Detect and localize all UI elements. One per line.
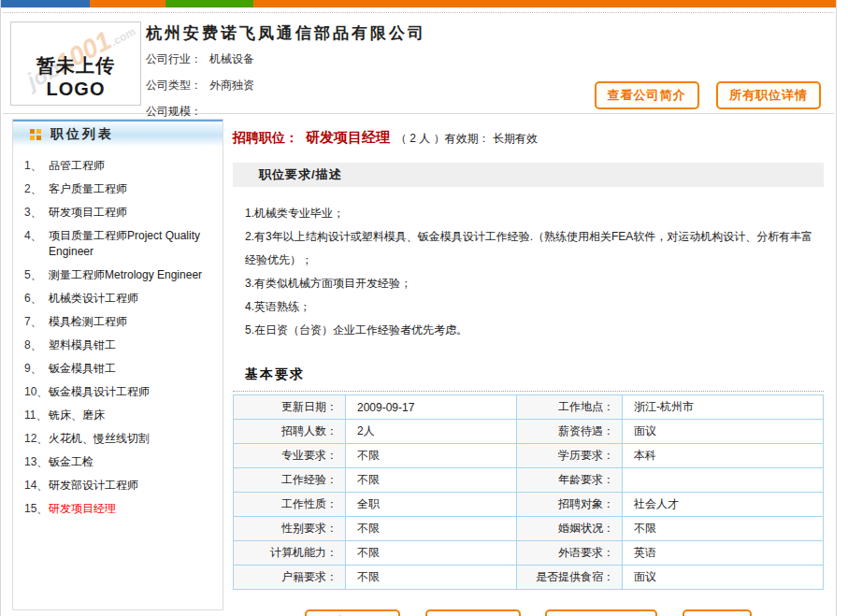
- action-buttons: 立刻申请 收藏职位 推荐给好友 打 印: [233, 609, 824, 616]
- desc-line-1: 1.机械类专业毕业；: [245, 202, 818, 225]
- sidebar-job-item-15-current[interactable]: 15、研发项目经理: [21, 501, 217, 517]
- recommend-to-friend-button[interactable]: 推荐给好友: [545, 609, 657, 616]
- desc-line-4: 4.英语熟练；: [245, 295, 818, 319]
- table-row: 工作性质：全职 招聘对象：社会人才: [234, 493, 824, 517]
- content: 职位列表 1、品管工程师 2、客户质量工程师 3、研发项目工程师 4、项目质量工…: [1, 114, 836, 610]
- table-row: 性别要求：不限 婚姻状况：不限: [234, 517, 824, 541]
- desc-line-2: 2.有3年以上结构设计或塑料模具、钣金模具设计工作经验.（熟练使用相关FEA软件…: [245, 225, 818, 272]
- topbar-orange-segment-long: [253, 0, 836, 7]
- sidebar-job-item-8[interactable]: 8、塑料模具钳工: [21, 337, 217, 353]
- job-label: 招聘职位：: [233, 130, 298, 145]
- sidebar-job-item-5[interactable]: 5、测量工程师Metrology Engineer: [21, 267, 217, 283]
- job-detail-main: 招聘职位：研发项目经理（ 2 人 ）有效期： 长期有效 职位要求/描述 1.机械…: [233, 119, 824, 610]
- apply-now-button[interactable]: 立刻申请: [305, 609, 400, 616]
- desc-line-3: 3.有类似机械方面项目开发经验；: [245, 272, 818, 295]
- sidebar-job-item-13[interactable]: 13、钣金工检: [21, 454, 217, 470]
- job-title: 研发项目经理: [306, 129, 390, 145]
- topbar-green-segment: [165, 0, 253, 7]
- sidebar-job-item-7[interactable]: 7、模具检测工程师: [21, 314, 217, 330]
- sidebar-job-item-6[interactable]: 6、机械类设计工程师: [21, 291, 217, 307]
- company-name: 杭州安费诺飞凤通信部品有限公司: [146, 22, 836, 44]
- job-description-header: 职位要求/描述: [233, 163, 824, 187]
- table-row: 户籍要求：不限 是否提供食宿：面议: [234, 566, 824, 590]
- table-row: 招聘人数：2人 薪资待遇：面议: [234, 420, 824, 444]
- job-list: 1、品管工程师 2、客户质量工程师 3、研发项目工程师 4、项目质量工程师Pro…: [13, 147, 223, 517]
- top-color-bar: [1, 0, 836, 7]
- all-jobs-detail-button[interactable]: 所有职位详情: [716, 81, 821, 109]
- company-header: job1001.com 暂未上传LOGO 杭州安费诺飞凤通信部品有限公司 公司行…: [1, 13, 836, 113]
- favorite-job-button[interactable]: 收藏职位: [425, 609, 521, 616]
- sidebar-job-item-9[interactable]: 9、钣金模具钳工: [21, 361, 217, 377]
- sidebar-job-item-3[interactable]: 3、研发项目工程师: [21, 205, 217, 221]
- basic-requirements-header: 基本要求: [233, 366, 824, 392]
- desc-line-5: 5.在日资（台资）企业工作经验者优先考虑。: [245, 319, 818, 342]
- table-row: 工作经验：不限 年龄要求：: [234, 468, 824, 493]
- job-list-title: 职位列表: [50, 126, 114, 143]
- page: job1001.com 暂未上传LOGO 杭州安费诺飞凤通信部品有限公司 公司行…: [0, 0, 837, 616]
- job-title-line: 招聘职位：研发项目经理（ 2 人 ）有效期： 长期有效: [233, 119, 824, 147]
- company-logo-placeholder: job1001.com 暂未上传LOGO: [10, 21, 141, 106]
- company-industry-field: 公司行业：机械设备: [146, 51, 836, 67]
- basic-requirements-table: 更新日期：2009-09-17 工作地点：浙江-杭州市 招聘人数：2人 薪资待遇…: [233, 394, 824, 590]
- header-buttons: 查看公司简介 所有职位详情: [582, 81, 821, 109]
- table-row: 专业要求：不限 学历要求：本科: [234, 444, 824, 468]
- sidebar-job-item-4[interactable]: 4、项目质量工程师Project Quality Engineer: [21, 228, 217, 260]
- table-row: 计算机能力：不限 外语要求：英语: [234, 541, 824, 566]
- sidebar-job-item-12[interactable]: 12、火花机、慢丝线切割: [21, 431, 217, 447]
- view-company-profile-button[interactable]: 查看公司简介: [595, 81, 699, 109]
- job-meta: （ 2 人 ）有效期： 长期有效: [395, 132, 538, 145]
- sidebar-job-item-10[interactable]: 10、钣金模具设计工程师: [21, 384, 217, 400]
- sidebar-job-item-14[interactable]: 14、研发部设计工程师: [21, 478, 217, 494]
- job-description: 1.机械类专业毕业； 2.有3年以上结构设计或塑料模具、钣金模具设计工作经验.（…: [233, 187, 824, 342]
- sidebar-job-item-1[interactable]: 1、品管工程师: [21, 158, 217, 174]
- no-logo-text: 暂未上传LOGO: [11, 53, 140, 100]
- topbar-blue-segment: [1, 0, 90, 7]
- print-button[interactable]: 打 印: [683, 609, 752, 616]
- topbar-orange-segment: [90, 0, 165, 7]
- sidebar-job-item-2[interactable]: 2、客户质量工程师: [21, 181, 217, 197]
- sidebar-job-item-11[interactable]: 11、铣床、磨床: [21, 408, 217, 423]
- job-list-sidebar: 职位列表 1、品管工程师 2、客户质量工程师 3、研发项目工程师 4、项目质量工…: [12, 119, 223, 610]
- job-list-header: 职位列表: [13, 120, 223, 147]
- table-row: 更新日期：2009-09-17 工作地点：浙江-杭州市: [234, 395, 824, 420]
- grid-icon: [30, 129, 41, 140]
